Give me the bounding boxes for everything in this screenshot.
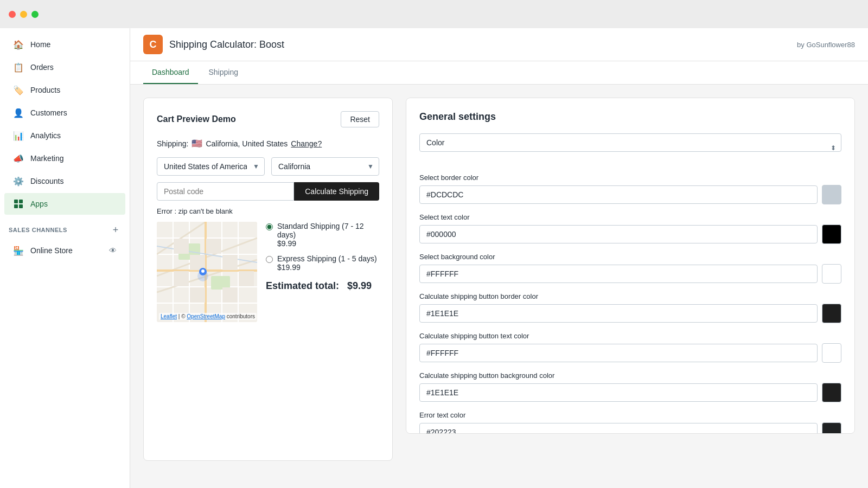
close-dot[interactable] (9, 11, 16, 18)
text-color-swatch[interactable] (822, 224, 841, 244)
sidebar-item-marketing[interactable]: 📣 Marketing (4, 147, 125, 169)
setting-text-color: Select text color (419, 213, 841, 244)
background-color-swatch[interactable] (822, 264, 841, 284)
cart-panel-header: Cart Preview Demo Reset (157, 111, 379, 127)
setting-btn-border-color: Calculate shipping button border color (419, 292, 841, 323)
btn-bg-color-input[interactable] (419, 383, 818, 402)
shipping-location-line: Shipping: 🇺🇸 California, United States C… (157, 138, 379, 149)
location-selects: United States of America ▼ California ▼ (157, 157, 379, 176)
standard-shipping-price: $9.99 (277, 239, 379, 248)
reset-button[interactable]: Reset (341, 111, 379, 127)
error-text-color-label: Error text color (419, 411, 841, 419)
sidebar-item-orders[interactable]: 📋 Orders (4, 56, 125, 78)
sidebar: 🏠 Home 📋 Orders 🏷️ Products 👤 Customers … (0, 28, 130, 488)
cart-panel-title: Cart Preview Demo (157, 114, 236, 124)
svg-rect-29 (222, 287, 238, 303)
osm-link[interactable]: OpenStreetMap (187, 313, 225, 319)
background-color-label: Select background color (419, 253, 841, 261)
sidebar-item-label: Customers (30, 108, 67, 117)
estimated-total-label: Estimated total: (266, 280, 339, 291)
btn-text-color-swatch[interactable] (822, 343, 841, 363)
customers-icon: 👤 (13, 107, 24, 118)
online-store-label: Online Store (30, 246, 73, 255)
svg-rect-27 (174, 271, 189, 286)
svg-rect-0 (14, 200, 18, 203)
tab-dashboard[interactable]: Dashboard (143, 61, 198, 84)
tab-shipping[interactable]: Shipping (200, 61, 247, 84)
sidebar-item-customers[interactable]: 👤 Customers (4, 102, 125, 124)
text-color-label: Select text color (419, 213, 841, 221)
express-shipping-radio[interactable] (266, 256, 273, 263)
error-message: Error : zip can't be blank (157, 207, 379, 215)
standard-shipping-radio[interactable] (266, 223, 273, 230)
sales-channels-section: SALES CHANNELS + (0, 216, 130, 239)
express-shipping-price: $19.99 (277, 263, 377, 272)
app-logo: C (143, 35, 163, 54)
svg-rect-1 (19, 200, 23, 203)
orders-icon: 📋 (13, 62, 24, 73)
btn-text-color-input[interactable] (419, 344, 818, 362)
calculate-shipping-button[interactable]: Calculate Shipping (294, 182, 379, 201)
btn-bg-color-swatch[interactable] (822, 383, 841, 402)
analytics-icon: 📊 (13, 130, 24, 141)
svg-rect-23 (174, 239, 189, 254)
color-type-wrapper: Color ⬍ (419, 133, 841, 163)
add-sales-channel-button[interactable]: + (110, 224, 121, 235)
postal-row: Calculate Shipping (157, 182, 379, 201)
minimize-dot[interactable] (20, 11, 27, 18)
map-shipping-row: Leaflet | © OpenStreetMap contributors S… (157, 222, 379, 322)
shipping-label: Shipping: (157, 139, 188, 148)
color-type-select[interactable]: Color (419, 133, 841, 152)
sidebar-item-label: Discounts (30, 177, 63, 185)
fullscreen-dot[interactable] (31, 11, 39, 18)
country-select[interactable]: United States of America (157, 157, 265, 176)
setting-border-color: Select border color (419, 174, 841, 204)
error-text-color-swatch[interactable] (822, 422, 841, 434)
province-select[interactable]: California (271, 157, 379, 176)
setting-btn-text-color: Calculate shipping button text color (419, 332, 841, 363)
sidebar-item-label: Products (30, 86, 60, 94)
btn-bg-color-label: Calculate shipping button background col… (419, 371, 841, 380)
text-color-input[interactable] (419, 225, 818, 243)
standard-shipping-name: Standard Shipping (7 - 12 days) (277, 222, 379, 239)
svg-rect-26 (222, 255, 238, 270)
sidebar-item-discounts[interactable]: ⚙️ Discounts (4, 170, 125, 192)
sidebar-item-apps[interactable]: Apps (4, 193, 125, 215)
express-shipping-name: Express Shipping (1 - 5 days) (277, 254, 377, 263)
map-container: Leaflet | © OpenStreetMap contributors (157, 222, 257, 322)
sidebar-item-online-store[interactable]: 🏪 Online Store 👁 (4, 240, 125, 261)
postal-code-input[interactable] (157, 182, 294, 201)
eye-icon: 👁 (109, 246, 117, 255)
border-color-swatch[interactable] (822, 185, 841, 204)
country-select-wrapper: United States of America ▼ (157, 157, 265, 176)
sidebar-item-home[interactable]: 🏠 Home (4, 34, 125, 55)
change-link[interactable]: Change? (291, 139, 322, 148)
setting-btn-bg-color: Calculate shipping button background col… (419, 371, 841, 402)
sidebar-item-label: Home (30, 40, 50, 49)
btn-border-color-swatch[interactable] (822, 304, 841, 323)
app-by-text: by GoSunflower88 (797, 41, 855, 49)
home-icon: 🏠 (13, 39, 24, 50)
setting-error-text-color: Error text color (419, 411, 841, 434)
estimated-total-value: $9.99 (347, 280, 372, 291)
background-color-input[interactable] (419, 265, 818, 283)
border-color-label: Select border color (419, 174, 841, 182)
leaflet-link[interactable]: Leaflet (161, 313, 177, 319)
general-settings-panel: General settings Color ⬍ Select border c… (406, 98, 855, 434)
cart-preview-panel: Cart Preview Demo Reset Shipping: 🇺🇸 Cal… (143, 98, 393, 461)
shipping-location: California, United States (206, 139, 288, 148)
border-color-input[interactable] (419, 185, 818, 204)
btn-text-color-label: Calculate shipping button text color (419, 332, 841, 340)
sidebar-item-products[interactable]: 🏷️ Products (4, 79, 125, 101)
sidebar-item-analytics[interactable]: 📊 Analytics (4, 125, 125, 146)
main-layout: 🏠 Home 📋 Orders 🏷️ Products 👤 Customers … (0, 28, 868, 488)
settings-title: General settings (419, 111, 841, 123)
titlebar (0, 0, 868, 28)
error-text-color-input[interactable] (419, 423, 818, 434)
apps-icon (13, 198, 24, 209)
content-area: C Shipping Calculator: Boost by GoSunflo… (130, 28, 868, 488)
svg-rect-30 (239, 271, 254, 286)
tabs-bar: Dashboard Shipping (130, 61, 868, 85)
btn-border-color-input[interactable] (419, 304, 818, 323)
sidebar-item-label: Analytics (30, 131, 61, 140)
